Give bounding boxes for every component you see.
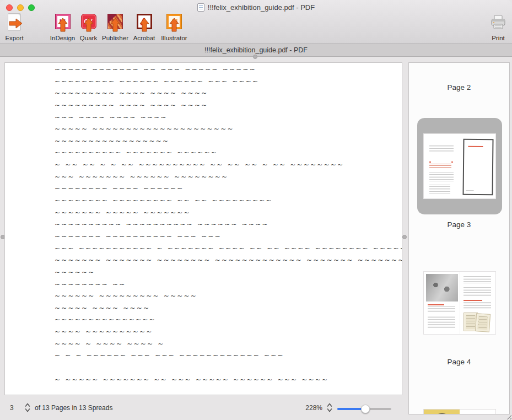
document-proxy-icon [197, 3, 204, 12]
pdf-text-line: ~~~~~~~~ ~~ [55, 281, 402, 293]
pdf-text-line: ~~~ ~~~~~~~~~~~ ~ ~~~~~~~ ~~~~ ~~ ~~ ~~~… [55, 245, 402, 257]
acrobat-convert-button[interactable]: Acrobat [131, 11, 157, 42]
pdf-text-line: ~~~~~~~~~~ ~~~~~~~ ~~~~~~ [55, 149, 402, 161]
page-stepper[interactable] [24, 402, 31, 413]
thumb-red-mark [451, 161, 453, 163]
pdf-text-line: ~~~~~~ [55, 268, 402, 281]
quark-convert-button[interactable]: QX Quark [78, 11, 99, 42]
printer-icon [490, 14, 506, 31]
pdf-text-line: ~~~~ ~ ~~~~ ~~~~ ~ [55, 340, 402, 352]
pdf-text-line: ~ ~ ~ ~~~~~~ ~~~ ~~~ ~~~~~~~~~~~~ ~~~ [55, 352, 402, 364]
thumbnail-label-page-3: Page 3 [409, 220, 509, 229]
print-label: Print [487, 35, 510, 41]
pdf-text-line: ~~~~~~~~~~ ~~~~~~~~~~ ~~~~~~ ~~~~ [55, 220, 402, 233]
pdf-text-line: ~~~ ~~~~~~~ ~~~~~~ ~~~~~~~~ [55, 173, 402, 185]
thumb-comic-page [475, 313, 491, 332]
up-arrow-icon [58, 18, 68, 32]
thumb-text-lines [464, 287, 491, 297]
export-label: Export [1, 35, 28, 41]
document-title: !!!felix_exhibition_guide.pdf - PDF [204, 46, 308, 54]
pdf-text-line: ~~~~~~~ ~~~~~ ~~~~~~~ [55, 209, 402, 221]
thumb-red-heading [468, 146, 483, 147]
window-resize-grip[interactable] [506, 414, 511, 419]
thumb-red-heading [428, 304, 444, 305]
thumbnail-page-4[interactable] [424, 272, 495, 334]
thumbnail-sidebar: Page 2 Page 3 [408, 62, 510, 414]
zoom-value: 228% [296, 404, 322, 412]
thumb-text-lines [464, 276, 491, 284]
pdf-text-line: ~~~~ ~~~~~~~~~~ [55, 328, 402, 340]
illustrator-label: Illustrator [160, 35, 188, 41]
thumb-sketch-frame [462, 139, 493, 196]
export-arrow-icon [9, 18, 23, 29]
thumb-red-mark [429, 161, 431, 163]
right-splitter-handle[interactable] [402, 235, 407, 239]
pdf-page-view[interactable]: ~~~~~ ~~~~~~~ ~~ ~~~ ~~~~~ ~~~~~~~~~~~~~… [4, 62, 402, 395]
current-page-field[interactable]: 3 [10, 404, 14, 412]
thumbnail-label-page-4: Page 4 [409, 358, 509, 366]
thumbnail-label-page-2: Page 2 [409, 83, 509, 91]
pdf-text-line: ~ ~~~~~ ~~~~~~~ ~~ ~~~ ~~~~~ ~~~~~~ ~~~ … [55, 376, 402, 388]
pdf-text-line: ~~~~~~~ ~~~~~~~~~~ ~~~ ~~~ [55, 233, 402, 245]
app-window: !!!felix_exhibition_guide.pdf - PDF Expo… [0, 0, 512, 420]
up-arrow-icon [139, 18, 149, 32]
up-arrow-icon [169, 18, 179, 32]
content-area: ~~~~~ ~~~~~~~ ~~ ~~~ ~~~~~ ~~~~~~~~~~~~~… [0, 57, 512, 420]
window-title: !!!felix_exhibition_guide.pdf - PDF [208, 3, 315, 12]
acrobat-label: Acrobat [131, 35, 157, 41]
pdf-text-line: ~~~~~~~~~ ~~~~ ~~~~ ~~~~ [55, 89, 402, 101]
print-button[interactable]: Print [487, 11, 510, 42]
zoom-slider-thumb[interactable] [361, 405, 370, 413]
publisher-convert-button[interactable]: Publisher [101, 11, 129, 42]
spread-midline [460, 272, 460, 334]
thumb-text-lines [464, 302, 491, 310]
pdf-text-line: ~~~~~~~~~ ~~~~ ~~~~ ~~~~ [55, 101, 402, 114]
pdf-text-line: ~~~~~ ~~~~~~~~~~~~~~~~~~~~~ [55, 125, 402, 137]
pdf-text-line: ~~~~~~~~ ~~~~~~~~~ ~~ ~~ ~~~~~~~~~ [55, 197, 402, 209]
up-arrow-icon [84, 18, 94, 32]
thumb-red-heading [464, 300, 482, 301]
pdf-text-line: ~~~~~ ~~~~ ~~~~ [55, 304, 402, 316]
thumbnail-page-3[interactable] [424, 134, 495, 198]
pages-summary-text: of 13 Pages in 13 Spreads [35, 404, 112, 412]
pdf-text-line: ~~~~~~~~ ~~~~ ~~~~~~ [55, 185, 402, 197]
indesign-label: InDesign [49, 35, 76, 41]
illustrator-convert-button[interactable]: Ai Illustrator [160, 11, 188, 42]
thumb-photo [426, 274, 458, 301]
indesign-convert-button[interactable]: Id InDesign [49, 11, 76, 42]
thumb-red-text-lines [429, 164, 451, 168]
pdf-text-line: ~~~~~~ ~~~~~~~~~ ~~~~~ [55, 292, 402, 304]
pdf-text-line: ~~~~~~~ ~~~~~~~ ~~~~~~~~ ~~~~~~~~~~~~~ ~… [55, 256, 402, 268]
thumb-text-lines [428, 316, 455, 328]
up-arrow-icon [110, 18, 120, 32]
toolbar: Export Id InDesign QX Quark [0, 11, 512, 42]
export-button[interactable]: Export [1, 11, 28, 42]
pdf-text-line: ~~~~~ ~~~~~~~ ~~ ~~~ ~~~~~ ~~~~~ [55, 66, 402, 78]
thumb-yellow-page [424, 410, 460, 414]
pdf-text-line [55, 364, 402, 376]
pdf-text-content: ~~~~~ ~~~~~~~ ~~ ~~~ ~~~~~ ~~~~~~~~~~~~~… [5, 63, 402, 387]
zoom-stepper[interactable] [326, 402, 333, 413]
pdf-text-line: ~~~~~~~~~ ~~~~~~ ~~~~~~ ~~~ ~~~~ [55, 78, 402, 90]
thumb-text-lines [428, 306, 455, 313]
pdf-text-line: ~ ~~ ~~ ~ ~ ~~ ~~~~~~~~~~ ~~ ~~ ~~ ~ ~~ … [55, 161, 402, 173]
pdf-text-line: ~~~ ~~~~ ~~~~ ~~~~ [55, 114, 402, 126]
thumb-arc-drawing [429, 413, 455, 414]
top-splitter-handle[interactable] [253, 55, 257, 59]
thumb-caption [466, 190, 474, 192]
thumb-text-lines [429, 145, 454, 152]
pdf-text-line: ~~~~~~~~~~~~~~~~~ [55, 137, 402, 149]
thumb-text-lines [429, 185, 450, 195]
thumbnail-page-5-partial[interactable] [424, 410, 495, 414]
thumb-text-lines [429, 173, 454, 181]
pdf-text-line: ~~~~~~~~~~~~~~~ [55, 316, 402, 328]
titlebar: !!!felix_exhibition_guide.pdf - PDF Expo… [0, 0, 512, 44]
publisher-label: Publisher [101, 35, 129, 41]
quark-label: Quark [78, 35, 99, 41]
zoom-slider[interactable] [337, 405, 391, 413]
